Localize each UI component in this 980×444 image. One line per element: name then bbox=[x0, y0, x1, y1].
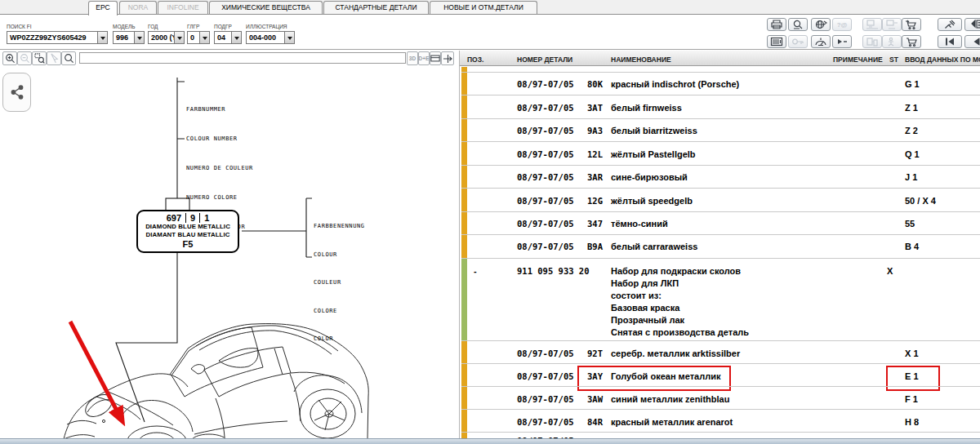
kit-line: состоит из: bbox=[611, 291, 662, 300]
year-input[interactable]: 2000 (Y) bbox=[148, 31, 185, 44]
search-fi-dropdown-icon[interactable] bbox=[97, 32, 107, 43]
pin-button[interactable] bbox=[938, 18, 962, 31]
sub-group-dropdown-icon[interactable] bbox=[231, 32, 241, 43]
help-contact-icon: ?@ bbox=[837, 21, 848, 29]
row-date: 08/97-07/05 bbox=[517, 79, 574, 89]
tab-new-parts[interactable]: НОВЫЕ И ОТМ.ДЕТАЛИ bbox=[430, 1, 537, 14]
row-entry-value: J 1 bbox=[905, 172, 917, 182]
kit-line: Набор для ЛКП bbox=[611, 278, 679, 288]
tab-standard-parts[interactable]: СТАНДАРТНЫЕ ДЕТАЛИ bbox=[323, 1, 429, 14]
row-entry-value: B 4 bbox=[905, 242, 919, 251]
sub-group-label: ПОДГР bbox=[214, 24, 232, 29]
row-date: 08/97-07/05 bbox=[517, 196, 574, 206]
row-part-code: 84R bbox=[587, 417, 603, 427]
row-date: 08/97-07/05 bbox=[517, 349, 574, 358]
row-separator bbox=[461, 386, 980, 387]
row-date: 08/97-07/05 bbox=[517, 103, 574, 113]
news-button[interactable] bbox=[767, 35, 786, 48]
row-part-name: белый biarritzweiss bbox=[611, 126, 697, 135]
row-date: 08/97-07/05 bbox=[517, 172, 574, 182]
year-dropdown-icon[interactable] bbox=[174, 32, 184, 43]
row-separator bbox=[461, 165, 980, 166]
illustration-input[interactable]: 004-000 bbox=[246, 31, 295, 44]
main-group-value[interactable]: 0 bbox=[188, 32, 199, 43]
illustration-value[interactable]: 004-000 bbox=[247, 32, 284, 43]
measure-button[interactable] bbox=[811, 35, 831, 48]
pointer-arrow bbox=[70, 322, 117, 411]
row-entry-value: 50 / X 4 bbox=[905, 196, 936, 206]
row-part-code: 3AR bbox=[587, 172, 603, 182]
main-group-dropdown-icon[interactable] bbox=[199, 32, 209, 43]
back-document-button[interactable] bbox=[964, 18, 980, 31]
main-group-input[interactable]: 0 bbox=[187, 31, 210, 44]
color-name-legend: FARBBENENNUNG COLOUR COULEUR COLORE COLO… bbox=[314, 203, 365, 363]
sub-group-value[interactable]: 04 bbox=[215, 32, 231, 43]
nav-first-icon bbox=[943, 37, 956, 47]
group-bar-orange bbox=[461, 67, 467, 258]
row-separator bbox=[461, 340, 980, 341]
row-part-code: B9A bbox=[587, 242, 603, 251]
color-code-box: 69791 DIAMOND BLUE METALLIC DIAMANT BLAU… bbox=[136, 210, 239, 253]
tab-nora: NORA bbox=[119, 1, 157, 14]
row-separator bbox=[461, 234, 980, 235]
row-part-name: белый carraraweiss bbox=[611, 242, 697, 251]
parts-world-button[interactable] bbox=[811, 18, 831, 31]
row-part-code: 3AW bbox=[587, 394, 603, 404]
nav-first-button[interactable] bbox=[938, 35, 962, 48]
col-pos[interactable]: ПОЗ. bbox=[467, 56, 483, 64]
print-preview-icon bbox=[791, 20, 804, 29]
group-bar-green bbox=[461, 259, 467, 340]
export-button bbox=[882, 18, 902, 31]
nav-prev-button[interactable] bbox=[964, 35, 980, 48]
color-name-de: DIAMANT BLAU METALLIC bbox=[138, 231, 238, 239]
tab-epc[interactable]: EPC bbox=[88, 1, 118, 16]
export-icon bbox=[885, 20, 898, 29]
col-note[interactable]: ПРИМЕЧАНИЕ bbox=[833, 56, 883, 64]
pin-icon bbox=[943, 20, 956, 29]
row-separator bbox=[461, 95, 980, 95]
cart-jump-icon bbox=[905, 20, 918, 29]
bottom-scroll-strip[interactable] bbox=[0, 438, 980, 444]
cart-button[interactable] bbox=[902, 35, 921, 48]
row-entry-value: X 1 bbox=[905, 349, 919, 358]
col-name[interactable]: НАИМЕНОВАНИЕ bbox=[611, 56, 671, 64]
sub-group-input[interactable]: 04 bbox=[214, 31, 242, 44]
search-fi-value[interactable]: WP0ZZZ99ZYS605429 bbox=[7, 32, 97, 43]
illustration-label: ИЛЛЮСТРАЦИЯ bbox=[246, 24, 287, 29]
tab-infoline: INFOLINE bbox=[158, 1, 208, 14]
tab-chemicals[interactable]: ХИМИЧЕСКИЕ ВЕЩЕСТВА bbox=[209, 1, 323, 14]
row-part-code: 92T bbox=[587, 349, 603, 358]
col-model-entry[interactable]: ВВОД ДАННЫХ ПО МО bbox=[905, 56, 980, 64]
cart-icon bbox=[905, 37, 918, 47]
highlight-box-name bbox=[577, 366, 731, 391]
row-date: 08/97-07/05 bbox=[517, 371, 574, 381]
model-value[interactable]: 996 bbox=[114, 32, 134, 43]
row-part-name: тёмно-синий bbox=[611, 219, 668, 229]
kit-line: Набор для подкраски сколов bbox=[611, 266, 741, 276]
model-input[interactable]: 996 bbox=[113, 31, 145, 44]
color-code-letter: F5 bbox=[138, 239, 238, 249]
play-options-button[interactable] bbox=[832, 35, 852, 48]
year-value[interactable]: 2000 (Y) bbox=[149, 32, 174, 43]
group-bar-orange bbox=[461, 341, 467, 438]
row-entry-value: Z 2 bbox=[905, 126, 918, 135]
row-part-name: синий металлик zenithblau bbox=[611, 394, 729, 404]
panel-splitter[interactable] bbox=[459, 51, 460, 438]
row-part-code: 3AT bbox=[587, 103, 603, 113]
print-preview-button[interactable] bbox=[788, 18, 808, 31]
row-part-name: сине-бирюзовый bbox=[611, 172, 688, 182]
highlight-box-entry bbox=[886, 366, 940, 391]
cart-jump-button[interactable] bbox=[902, 18, 921, 31]
model-dropdown-icon[interactable] bbox=[134, 32, 144, 43]
row-pos: - bbox=[474, 266, 477, 276]
model-label: МОДЕЛЬ bbox=[113, 24, 136, 29]
row-date: 08/97-07/05 bbox=[517, 417, 574, 427]
row-part-name: жёлтый Pastellgelb bbox=[611, 149, 696, 159]
search-fi-input[interactable]: WP0ZZZ99ZYS605429 bbox=[7, 31, 108, 44]
col-st[interactable]: ST bbox=[889, 56, 898, 64]
col-part-number[interactable]: НОМЕР ДЕТАЛИ bbox=[517, 56, 572, 64]
print-button[interactable] bbox=[767, 18, 786, 31]
row-separator bbox=[461, 363, 980, 364]
illustration-dropdown-icon[interactable] bbox=[284, 32, 294, 43]
row-part-code: 9A3 bbox=[587, 126, 603, 135]
